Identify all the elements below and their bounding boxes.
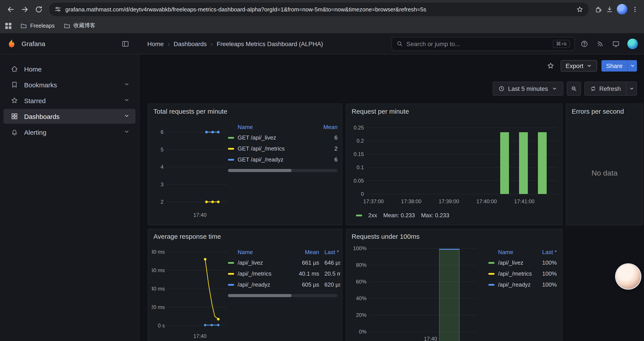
sidebar-item-alerting[interactable]: Alerting — [4, 125, 136, 140]
scrollbar-thumb[interactable] — [228, 294, 292, 297]
legend-row[interactable]: GET /api/_/metrics2 — [228, 143, 338, 154]
chevron-down-icon[interactable] — [123, 96, 130, 105]
chevron-down-icon — [586, 63, 592, 69]
grafana-brand[interactable]: Grafana — [6, 38, 116, 49]
legend-col-mean[interactable]: Mean — [291, 249, 319, 255]
sidebar-list: HomeBookmarksStarredDashboardsAlerting — [0, 62, 139, 140]
sidebar-item-starred[interactable]: Starred — [4, 93, 136, 108]
downloads-button[interactable] — [604, 4, 615, 15]
legend-row[interactable]: /api/_livez100% — [488, 257, 557, 268]
scrollbar-thumb[interactable] — [228, 169, 292, 172]
legend-row[interactable]: /api/_/metrics40.1 ms20.5 ms — [228, 268, 340, 279]
refresh-split-button: Refresh — [584, 82, 637, 96]
share-button[interactable]: Share — [601, 60, 627, 72]
workspace: HomeBookmarksStarredDashboardsAlerting E… — [0, 55, 644, 341]
zoom-out-button[interactable] — [567, 82, 581, 96]
under-100ms-chart: 100%80%60%40%20%0%17:40 — [348, 245, 480, 341]
legend-header: NameMean — [228, 122, 338, 132]
search-input[interactable]: Search or jump to... ⌘+k — [392, 37, 575, 51]
browser-reload-button[interactable] — [32, 2, 46, 16]
legend-col-last[interactable]: Last * — [324, 249, 340, 255]
clock-icon — [498, 86, 504, 92]
refresh-interval-button[interactable] — [626, 82, 637, 96]
user-avatar[interactable] — [627, 38, 638, 49]
legend-col-name[interactable]: Name — [488, 249, 536, 255]
site-settings-icon[interactable] — [54, 6, 62, 13]
breadcrumb-item[interactable]: Home — [147, 40, 164, 47]
apps-grid-icon — [5, 23, 12, 29]
chevron-down-icon[interactable] — [123, 128, 130, 136]
breadcrumb-item[interactable]: Dashboards — [174, 40, 207, 47]
time-range-label: Last 5 minutes — [508, 85, 548, 92]
legend-row[interactable]: /api/_/readyz605 µs620 µs — [228, 279, 340, 290]
legend-col-name[interactable]: Name — [228, 124, 310, 130]
bookmark-folder-blogs[interactable]: 收藏博客 — [63, 22, 95, 30]
chevron-down-icon[interactable] — [123, 112, 130, 121]
sidebar-item-dashboards[interactable]: Dashboards — [4, 109, 136, 124]
svg-text:17:39:00: 17:39:00 — [438, 198, 459, 204]
bookmark-icon — [10, 81, 18, 89]
dashboard-actions: Export Share — [545, 60, 637, 72]
legend-item-2xx[interactable]: 2xx Mean: 0.233 Max: 0.233 — [356, 212, 449, 219]
bookmark-star-button[interactable] — [574, 4, 585, 15]
series-last: 646 µs — [324, 259, 340, 266]
time-range-picker[interactable]: Last 5 minutes — [493, 82, 563, 96]
address-bar[interactable]: grafana.mathmast.com/d/deytv4rwavabkb/fr… — [49, 3, 589, 16]
series-name: /api/_/metrics — [498, 270, 536, 277]
search-placeholder: Search or jump to... — [406, 40, 549, 47]
panel-title[interactable]: Errors per second — [566, 104, 643, 115]
svg-text:17:40:00: 17:40:00 — [476, 198, 497, 204]
arrow-left-icon — [6, 5, 15, 14]
news-button[interactable] — [594, 38, 606, 50]
legend-row[interactable]: GET /api/_/readyz6 — [228, 154, 338, 165]
legend-row[interactable]: /api/_/readyz100% — [488, 279, 557, 290]
extensions-button[interactable] — [592, 4, 604, 15]
browser-back-button[interactable] — [4, 2, 18, 16]
series-name: /api/_/metrics — [238, 270, 291, 277]
url-text[interactable]: grafana.mathmast.com/d/deytv4rwavabkb/fr… — [65, 6, 570, 13]
browser-forward-button[interactable] — [18, 2, 32, 16]
panel-title[interactable]: Requests under 100ms — [346, 229, 562, 240]
chevron-down-icon[interactable] — [123, 81, 130, 89]
chevron-down-icon — [123, 96, 130, 103]
svg-text:6: 6 — [161, 129, 164, 135]
apps-shortcut-button[interactable] — [5, 23, 12, 29]
panel-title[interactable]: Request per minute — [346, 104, 562, 115]
legend-row[interactable]: /api/_livez661 µs646 µs — [228, 257, 340, 268]
legend-table: NameMeanLast */api/_livez661 µs646 µs/ap… — [228, 247, 340, 290]
favorite-dashboard-button[interactable] — [545, 60, 556, 72]
browser-menu-button[interactable] — [629, 4, 640, 15]
breadcrumb-item: Freeleaps Metrics Dashboard (ALPHA) — [216, 40, 323, 47]
panel-title[interactable]: Average response time — [148, 229, 342, 240]
panel-average-response-time: Average response time 80 ms60 ms40 ms20 … — [148, 229, 342, 341]
sidebar-toggle-button[interactable] — [119, 38, 132, 50]
legend-col-name[interactable]: Name — [228, 249, 291, 255]
chevron-down-icon — [123, 128, 130, 135]
legend-scrollbar[interactable] — [228, 294, 338, 297]
legend-row[interactable]: /api/_/metrics100% — [488, 268, 557, 279]
dashboard-main: Export Share Last 5 minutes — [140, 55, 644, 341]
legend-scrollbar[interactable] — [228, 169, 338, 172]
breadcrumb-separator: › — [211, 40, 212, 47]
breadcrumb-separator: › — [168, 40, 170, 47]
floating-assistant-avatar[interactable] — [616, 264, 640, 289]
bell-icon — [10, 128, 18, 136]
bookmark-folder-freeleaps[interactable]: Freeleaps — [20, 22, 54, 29]
sidebar-item-bookmarks[interactable]: Bookmarks — [4, 77, 136, 92]
legend-row[interactable]: GET /api/_livez6 — [228, 132, 338, 143]
browser-profile-avatar[interactable] — [617, 4, 627, 15]
export-button[interactable]: Export — [561, 60, 597, 72]
legend-col-last[interactable]: Last * — [536, 249, 557, 255]
share-menu-button[interactable] — [627, 60, 637, 72]
help-button[interactable] — [578, 38, 590, 50]
star-outline-icon — [576, 6, 583, 13]
sidebar-item-label: Starred — [24, 97, 118, 104]
sidebar-item-home[interactable]: Home — [4, 62, 136, 76]
refresh-button[interactable]: Refresh — [584, 82, 626, 96]
panel-title[interactable]: Total requests per minute — [148, 104, 342, 115]
series-color-dash — [228, 284, 234, 285]
refresh-label: Refresh — [599, 85, 621, 92]
star-outline-icon — [547, 62, 554, 70]
kiosk-mode-button[interactable] — [610, 38, 622, 50]
legend-col-mean[interactable]: Mean — [310, 124, 338, 130]
